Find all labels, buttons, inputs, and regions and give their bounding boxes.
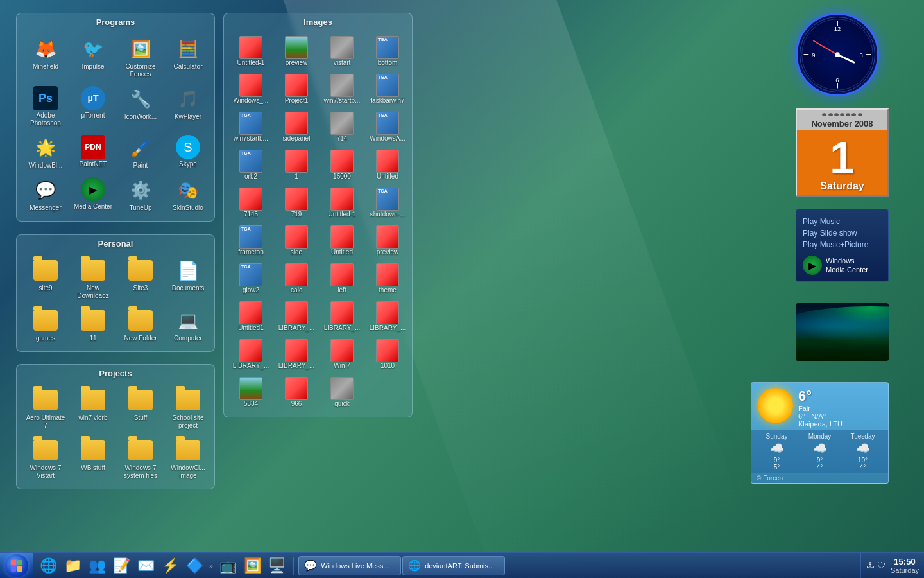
img-frametop[interactable]: frametop <box>229 223 273 259</box>
img-win7startb[interactable]: win7/startb... <box>320 71 364 107</box>
folder-11[interactable]: 11 <box>71 305 116 345</box>
app-photoshop[interactable]: Ps Adobe Photoshop <box>23 83 68 130</box>
img-1010[interactable]: 1010 <box>366 337 409 372</box>
img-win7[interactable]: Win 7 <box>320 337 364 372</box>
tuneup-icon: ⚙️ <box>128 177 153 203</box>
app-paint[interactable]: 🖌️ Paint <box>118 132 163 172</box>
image-thumbnail <box>376 150 399 173</box>
screen-icon[interactable]: 🖥️ <box>265 554 288 577</box>
app-skype[interactable]: S Skype <box>166 132 210 172</box>
img-bottom[interactable]: bottom <box>366 33 409 69</box>
media-center-icon: ▶ <box>81 177 105 202</box>
img-untitled-1b[interactable]: Untitled-1 <box>320 185 364 221</box>
img-win7startb2[interactable]: win7startb... <box>229 109 273 145</box>
app-iconwork[interactable]: 🔧 IconWork... <box>118 83 163 130</box>
folder-stuff[interactable]: Stuff <box>118 385 163 432</box>
img-left[interactable]: left <box>320 261 364 297</box>
img-preview[interactable]: preview <box>275 33 318 69</box>
folder-win7viorb[interactable]: win7 viorb <box>71 385 116 432</box>
img-untitled2[interactable]: Untitled <box>320 223 364 259</box>
media-player-icon[interactable]: 📺 <box>216 554 239 577</box>
svg-text:3: 3 <box>860 51 863 58</box>
users-icon[interactable]: 👥 <box>85 554 108 577</box>
img-15000[interactable]: 15000 <box>320 147 364 183</box>
folder-win7vistart[interactable]: Windows 7 Vistart <box>23 435 68 482</box>
img-library3[interactable]: LIBRARY_... <box>366 299 409 335</box>
mail-icon[interactable]: ✉️ <box>134 554 157 577</box>
folder-school[interactable]: School site project <box>166 385 210 432</box>
word-icon[interactable]: 📝 <box>110 554 133 577</box>
img-untitled1[interactable]: Untitled-1 <box>229 33 273 69</box>
media-play-music-picture[interactable]: Play Music+Picture <box>803 239 882 250</box>
img-glow2[interactable]: glow2 <box>229 261 273 297</box>
app-customize-fences[interactable]: 🖼️ Customize Fences <box>118 33 163 81</box>
img-714[interactable]: 714 <box>320 109 364 145</box>
app-tuneup[interactable]: ⚙️ TuneUp <box>118 175 163 215</box>
folder-site3[interactable]: Site3 <box>118 255 163 302</box>
img-quick[interactable]: quick <box>320 374 364 410</box>
img-library2[interactable]: LIBRARY_... <box>320 299 364 335</box>
img-shutdown[interactable]: shutdown-... <box>366 185 409 221</box>
app-paintnet[interactable]: PDN PaintNET <box>71 132 116 172</box>
file-computer[interactable]: 💻 Computer <box>166 305 210 345</box>
task-windows-live[interactable]: 💬 Windows Live Mess... <box>298 556 401 575</box>
folder-win7sysfiles[interactable]: Windows 7 system files <box>118 435 163 482</box>
app-kwplayer[interactable]: 🎵 KwPlayer <box>166 83 210 130</box>
app-label: Media Center <box>74 203 112 211</box>
img-library4[interactable]: LIBRARY_... <box>229 337 273 372</box>
folder-new-folder[interactable]: New Folder <box>118 305 163 345</box>
img-1[interactable]: 1 <box>275 147 318 183</box>
img-sidepanel[interactable]: sidepanel <box>275 109 318 145</box>
img-theme[interactable]: theme <box>366 261 409 297</box>
img-library1[interactable]: LIBRARY_... <box>275 299 318 335</box>
image-thumbnail <box>330 377 354 400</box>
start-button[interactable] <box>0 553 33 579</box>
folder-wb-stuff[interactable]: WB stuff <box>71 435 116 482</box>
img-5334[interactable]: 5334 <box>229 374 273 410</box>
img-7145[interactable]: 7145 <box>229 185 273 221</box>
file-documents[interactable]: 📄 Documents <box>166 255 210 302</box>
task-deviantart[interactable]: 🌐 deviantART: Submis... <box>402 556 505 575</box>
paint-icon[interactable]: 🖼️ <box>241 554 264 577</box>
img-windows[interactable]: Windows_... <box>229 71 273 107</box>
app-media-center[interactable]: ▶ Media Center <box>71 175 116 215</box>
img-preview2[interactable]: preview <box>366 223 409 259</box>
media-play-slideshow[interactable]: Play Slide show <box>803 227 882 239</box>
img-windowsa[interactable]: WindowsA... <box>366 109 409 145</box>
ie-icon[interactable]: 🌐 <box>37 554 60 577</box>
quick-launch-arrows[interactable]: » <box>207 562 216 570</box>
system-clock[interactable]: 15:50 Saturday <box>886 557 919 574</box>
app-skinstudio[interactable]: 🎭 SkinStudio <box>166 175 210 215</box>
calendar-weekday: Saturday <box>797 180 887 192</box>
folder-aero[interactable]: Aero Ultimate 7 <box>23 385 68 432</box>
img-untitled[interactable]: Untitled <box>366 147 409 183</box>
app-minefield[interactable]: 🦊 Minefield <box>23 33 68 81</box>
img-untitled1c[interactable]: Untitled1 <box>229 299 273 335</box>
img-project1[interactable]: Project1 <box>275 71 318 107</box>
app-utorrent[interactable]: μT μTorrent <box>71 83 116 130</box>
folder-games[interactable]: games <box>23 305 68 345</box>
weather-range: 6° - N/A° <box>798 412 882 420</box>
flash-icon[interactable]: ⚡ <box>158 554 182 577</box>
folder-label: WindowCl... image <box>167 464 209 480</box>
img-719[interactable]: 719 <box>275 185 318 221</box>
folder-windowcl[interactable]: WindowCl... image <box>166 435 210 482</box>
app-windowbl[interactable]: 🌟 WindowBl... <box>23 132 68 172</box>
app-impulse[interactable]: 🐦 Impulse <box>71 33 116 81</box>
img-side[interactable]: side <box>275 223 318 259</box>
weather-info: 6° Fair 6° - N/A° Klaipeda, LTU <box>793 388 882 428</box>
img-taskbarwin7[interactable]: taskbarwin7 <box>366 71 409 107</box>
app-calculator[interactable]: 🧮 Calculator <box>166 33 210 81</box>
img-966[interactable]: 966 <box>275 374 318 410</box>
img-calc[interactable]: calc <box>275 261 318 297</box>
app-messenger[interactable]: 💬 Messenger <box>23 175 68 215</box>
img-orb2[interactable]: orb2 <box>229 147 273 183</box>
media-center-logo-icon: ▶ <box>803 256 822 275</box>
img-library5[interactable]: LIBRARY_... <box>275 337 318 372</box>
media-play-music[interactable]: Play Music <box>803 216 882 227</box>
explorer-icon[interactable]: 📁 <box>61 554 84 577</box>
gem-icon[interactable]: 🔷 <box>183 554 206 577</box>
img-vistart[interactable]: vistart <box>320 33 364 69</box>
folder-site9[interactable]: site9 <box>23 255 68 302</box>
folder-new-downloadz[interactable]: New Downloadz <box>71 255 116 302</box>
